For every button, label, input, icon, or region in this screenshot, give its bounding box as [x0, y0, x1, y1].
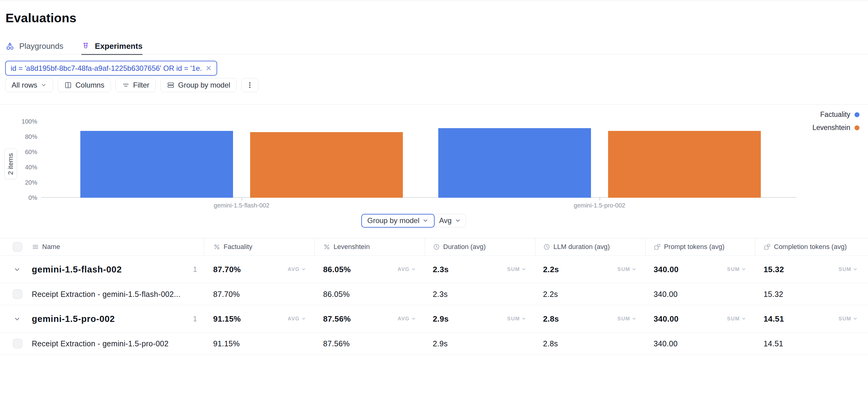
- agg-selector[interactable]: SUM: [507, 266, 526, 272]
- clock-icon: [543, 243, 550, 251]
- y-axis-tick-label: 40%: [10, 164, 37, 171]
- column-header-label: Factuality: [223, 243, 252, 251]
- chevron-down-icon: [411, 317, 416, 321]
- chart-group-by-select[interactable]: Group by model: [361, 214, 435, 228]
- legend-label: Levenshtein: [812, 124, 850, 132]
- agg-selector[interactable]: SUM: [618, 266, 637, 272]
- legend-swatch: [855, 112, 860, 117]
- select-all-checkbox[interactable]: [13, 242, 22, 252]
- chevron-down-icon: [521, 267, 526, 272]
- group-name: gemini-1.5-flash-002: [32, 264, 122, 274]
- agg-selector[interactable]: SUM: [839, 266, 858, 272]
- y-axis-tick-label: 80%: [10, 133, 37, 140]
- row-checkbox[interactable]: [13, 339, 22, 348]
- cell-completion-tokens: 14.51: [764, 339, 858, 348]
- agg-selector[interactable]: AVG: [398, 316, 416, 322]
- playgrounds-icon: [5, 42, 14, 51]
- x-axis-label: gemini-1.5-pro-002: [574, 202, 625, 209]
- column-divider[interactable]: [755, 238, 755, 256]
- column-header-label: Duration (avg): [443, 243, 486, 251]
- table-row-group-pro[interactable]: gemini-1.5-pro-002 1 91.15%AVG 87.56%AVG…: [0, 305, 868, 333]
- chevron-down-icon: [41, 82, 47, 88]
- experiment-name: Receipt Extraction - gemini-1.5-pro-002: [32, 339, 168, 348]
- cell-duration: 2.9sSUM: [433, 314, 526, 323]
- tokens-icon: [764, 243, 771, 251]
- table-row-group-flash[interactable]: gemini-1.5-flash-002 1 87.70%AVG 86.05%A…: [0, 256, 868, 283]
- column-divider[interactable]: [425, 238, 425, 256]
- filter-chip[interactable]: id = 'a8d195bf-8bc7-48fa-a9af-1225b63076…: [5, 61, 217, 76]
- agg-selector[interactable]: SUM: [507, 316, 526, 322]
- table-row-experiment-flash[interactable]: Receipt Extraction - gemini-1.5-flash-00…: [0, 283, 868, 305]
- cell-llm-duration: 2.2s: [543, 290, 637, 298]
- bar-factuality-gemini-1.5-flash-002[interactable]: [80, 131, 233, 198]
- chevron-down-icon: [853, 267, 858, 272]
- chevron-down-icon: [631, 317, 637, 321]
- column-divider[interactable]: [314, 238, 315, 256]
- agg-selector[interactable]: AVG: [288, 266, 306, 272]
- filter-chip-text: id = 'a8d195bf-8bc7-48fa-a9af-1225b63076…: [11, 64, 202, 73]
- cell-llm-duration: 2.2sSUM: [543, 265, 637, 274]
- bar-factuality-gemini-1.5-pro-002[interactable]: [438, 128, 591, 198]
- chart-controls: Group by model Avg: [361, 214, 466, 227]
- column-header-levenshtein[interactable]: Levenshtein: [323, 243, 370, 251]
- column-header-duration[interactable]: Duration (avg): [433, 243, 486, 251]
- x-axis-tick: [242, 198, 242, 200]
- column-header-label: Prompt tokens (avg): [664, 243, 724, 251]
- chevron-down-icon[interactable]: [13, 265, 21, 274]
- chart-aggregation-select[interactable]: Avg: [434, 214, 466, 227]
- kebab-menu-icon: [246, 81, 254, 89]
- experiments-icon: [81, 42, 90, 51]
- chip-close-icon[interactable]: ✕: [206, 65, 212, 72]
- filter-button[interactable]: Filter: [116, 78, 156, 92]
- column-header-name[interactable]: Name: [32, 243, 60, 251]
- chart-aggregation-label: Avg: [439, 216, 452, 225]
- agg-selector[interactable]: SUM: [727, 316, 746, 322]
- legend-label: Factuality: [820, 110, 850, 119]
- tab-bar: Playgrounds Experiments: [0, 38, 868, 54]
- column-header-completion-tokens[interactable]: Completion tokens (avg): [764, 243, 847, 251]
- cell-llm-duration: 2.8sSUM: [543, 314, 637, 323]
- page-title: Evaluations: [5, 11, 76, 25]
- agg-selector[interactable]: SUM: [839, 316, 858, 322]
- columns-button[interactable]: Columns: [58, 78, 111, 92]
- cell-prompt-tokens: 340.00SUM: [654, 314, 746, 323]
- cell-factuality: 87.70%: [213, 290, 306, 298]
- group-name: gemini-1.5-pro-002: [32, 314, 115, 324]
- chevron-down-icon[interactable]: [13, 315, 21, 323]
- group-by-model-label: Group by model: [178, 81, 230, 89]
- agg-selector[interactable]: SUM: [618, 316, 637, 322]
- cell-completion-tokens: 15.32SUM: [764, 265, 858, 274]
- group-by-model-button[interactable]: Group by model: [160, 78, 237, 92]
- bar-levenshtein-gemini-1.5-flash-002[interactable]: [250, 132, 403, 198]
- cell-factuality: 87.70%AVG: [213, 265, 306, 274]
- agg-selector[interactable]: AVG: [288, 316, 306, 322]
- tab-experiments[interactable]: Experiments: [81, 38, 143, 54]
- filter-icon: [122, 81, 130, 89]
- chevron-down-icon: [455, 218, 461, 224]
- clock-icon: [433, 243, 440, 251]
- column-divider[interactable]: [535, 238, 535, 256]
- cell-duration: 2.3sSUM: [433, 265, 526, 274]
- column-header-factuality[interactable]: Factuality: [213, 243, 252, 251]
- agg-selector[interactable]: AVG: [398, 266, 416, 272]
- tab-playgrounds[interactable]: Playgrounds: [5, 38, 64, 54]
- agg-selector[interactable]: SUM: [727, 266, 746, 272]
- cell-completion-tokens: 15.32: [764, 290, 858, 298]
- more-options-button[interactable]: [241, 78, 258, 92]
- column-header-prompt-tokens[interactable]: Prompt tokens (avg): [654, 243, 724, 251]
- cell-duration: 2.9s: [433, 339, 526, 348]
- cell-levenshtein: 87.56%AVG: [323, 314, 416, 323]
- row-checkbox[interactable]: [13, 289, 22, 299]
- percent-icon: [213, 243, 220, 251]
- y-axis-tick-label: 100%: [10, 118, 37, 125]
- legend-item-factuality[interactable]: Factuality: [820, 110, 860, 119]
- column-header-llm-duration[interactable]: LLM duration (avg): [543, 243, 610, 251]
- all-rows-button[interactable]: All rows: [5, 78, 53, 92]
- column-divider[interactable]: [645, 238, 646, 256]
- table-row-experiment-pro[interactable]: Receipt Extraction - gemini-1.5-pro-002 …: [0, 333, 868, 355]
- y-axis-tick-label: 60%: [10, 149, 37, 156]
- columns-label: Columns: [75, 81, 104, 89]
- legend-item-levenshtein[interactable]: Levenshtein: [812, 124, 860, 132]
- bar-levenshtein-gemini-1.5-pro-002[interactable]: [608, 131, 761, 198]
- column-header-label: Levenshtein: [334, 243, 370, 251]
